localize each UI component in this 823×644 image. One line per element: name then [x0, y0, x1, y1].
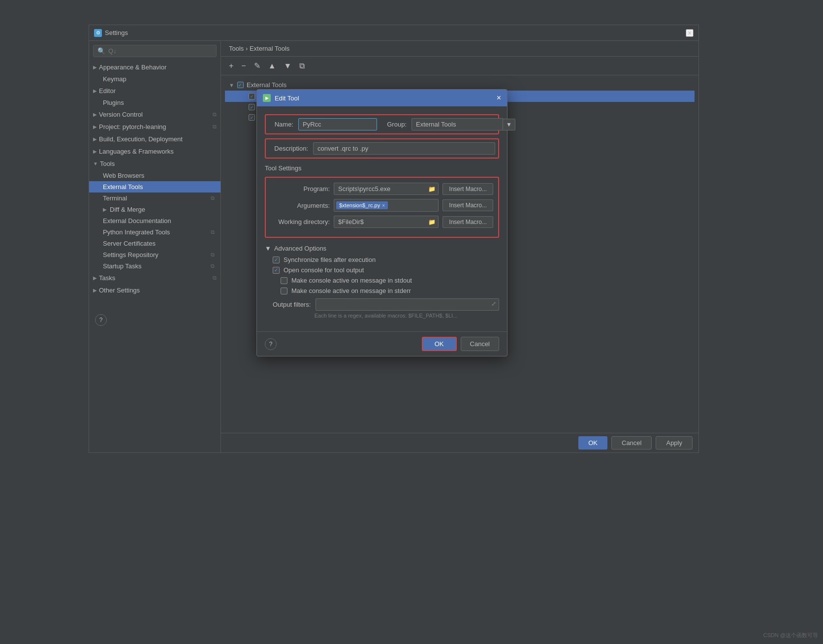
insert-macro-button-1[interactable]: Insert Macro...: [443, 183, 493, 195]
working-directory-input[interactable]: [334, 216, 439, 228]
group-dropdown-button[interactable]: ▼: [503, 119, 515, 130]
sidebar-item-label: Appearance & Behavior: [99, 64, 166, 71]
open-console-checkbox[interactable]: [273, 267, 280, 274]
dialog-footer: ? OK Cancel: [257, 331, 507, 356]
move-up-button[interactable]: ▲: [265, 60, 279, 72]
description-input[interactable]: [313, 142, 495, 155]
sidebar-item-startup-tasks[interactable]: Startup Tasks ⧉: [89, 260, 221, 272]
sidebar-item-other-settings[interactable]: ▶ Other Settings: [89, 284, 221, 296]
sidebar-item-appearance[interactable]: ▶ Appearance & Behavior: [89, 61, 221, 73]
arrow-icon: ▶: [93, 112, 97, 117]
edit-tool-dialog: ▶ Edit Tool × Name: Group: ▼ Description…: [256, 89, 507, 356]
copy-button[interactable]: ⧉: [296, 60, 308, 72]
sidebar-item-build[interactable]: ▶ Build, Execution, Deployment: [89, 133, 221, 145]
insert-macro-button-2[interactable]: Insert Macro...: [443, 199, 493, 211]
help-button[interactable]: ?: [95, 314, 107, 326]
advanced-options-label: Advanced Options: [274, 245, 326, 252]
insert-macro-button-3[interactable]: Insert Macro...: [443, 216, 493, 228]
sidebar-item-python-tools[interactable]: Python Integrated Tools ⧉: [89, 226, 221, 238]
sidebar-item-label: Build, Execution, Deployment: [99, 135, 183, 143]
group-input[interactable]: [412, 118, 503, 130]
item-checkbox-2[interactable]: ✓: [249, 104, 255, 110]
copy-icon: ⧉: [213, 124, 217, 130]
argument-tag: $xtension$_rc.py ×: [336, 201, 388, 209]
program-label: Program:: [271, 185, 330, 193]
make-active-stdout-row: Make console active on message in stdout: [265, 277, 499, 284]
copy-icon: ⧉: [213, 275, 217, 281]
sync-files-checkbox[interactable]: [273, 257, 280, 263]
item-checkbox-1[interactable]: ✓: [249, 93, 255, 99]
arrow-icon: ▶: [93, 64, 97, 70]
sidebar-item-keymap[interactable]: Keymap: [89, 73, 221, 85]
move-down-button[interactable]: ▼: [281, 60, 295, 72]
sidebar-item-external-doc[interactable]: External Documentation: [89, 215, 221, 226]
make-active-stdout-label: Make console active on message in stdout: [291, 277, 412, 284]
dialog-ok-button[interactable]: OK: [422, 337, 457, 351]
sidebar-item-tasks[interactable]: ▶ Tasks ⧉: [89, 272, 221, 284]
window-close-button[interactable]: ×: [686, 29, 694, 37]
main-ok-button[interactable]: OK: [578, 436, 607, 450]
arguments-row: Arguments: $xtension$_rc.py × Insert Mac…: [271, 199, 493, 212]
output-filters-input[interactable]: [316, 298, 499, 311]
dialog-title-bar: ▶ Edit Tool ×: [257, 90, 507, 106]
group-label: Group:: [382, 121, 407, 128]
title-bar: ⚙ Settings ×: [89, 25, 698, 41]
folder-icon[interactable]: 📁: [428, 186, 436, 193]
remove-button[interactable]: −: [238, 60, 249, 72]
toolbar: + − ✎ ▲ ▼ ⧉: [221, 57, 698, 75]
arguments-tag-input[interactable]: $xtension$_rc.py ×: [334, 199, 439, 212]
dialog-body: Name: Group: ▼ Description: Tool Setting…: [257, 106, 507, 331]
dialog-title-left: ▶ Edit Tool: [263, 94, 299, 102]
edit-button[interactable]: ✎: [251, 60, 263, 72]
group-checkbox[interactable]: ✓: [237, 82, 244, 88]
sidebar-item-languages[interactable]: ▶ Languages & Frameworks: [89, 145, 221, 158]
program-input[interactable]: [334, 183, 439, 195]
sidebar-item-label: Plugins: [103, 99, 124, 106]
make-active-stderr-label: Make console active on message in stderr: [291, 287, 411, 294]
arrow-down-icon: ▼: [93, 161, 98, 166]
advanced-options-header[interactable]: ▼ Advanced Options: [265, 245, 499, 252]
name-input[interactable]: [298, 118, 377, 130]
sidebar-item-label: Startup Tasks: [103, 262, 142, 270]
dialog-action-buttons: OK Cancel: [422, 337, 499, 351]
arguments-input-wrapper: $xtension$_rc.py ×: [334, 199, 439, 212]
sync-files-label: Synchronize files after execution: [284, 256, 376, 263]
main-apply-button[interactable]: Apply: [656, 436, 693, 450]
make-active-stderr-checkbox[interactable]: [281, 288, 287, 294]
name-label: Name:: [269, 121, 293, 128]
collapse-icon: ▼: [265, 245, 271, 252]
sidebar-item-label: Diff & Merge: [110, 206, 145, 213]
dialog-cancel-button[interactable]: Cancel: [461, 337, 499, 351]
sidebar-item-tools[interactable]: ▼ Tools: [89, 158, 221, 170]
sidebar-item-label: Project: pytorch-leaning: [99, 123, 166, 130]
sidebar-item-web-browsers[interactable]: Web Browsers: [89, 170, 221, 181]
sidebar-item-server-certs[interactable]: Server Certificates: [89, 238, 221, 249]
title-bar-left: ⚙ Settings: [94, 29, 128, 37]
search-box[interactable]: 🔍: [93, 45, 217, 57]
output-filters-hint: Each line is a regex, available macros: …: [265, 313, 499, 319]
make-active-stdout-checkbox[interactable]: [281, 277, 287, 284]
sidebar-item-terminal[interactable]: Terminal ⧉: [89, 193, 221, 204]
item-checkbox-3[interactable]: ✓: [249, 114, 255, 121]
main-cancel-button[interactable]: Cancel: [611, 436, 652, 450]
tag-close-icon[interactable]: ×: [382, 203, 385, 208]
sidebar-item-external-tools[interactable]: External Tools: [89, 181, 221, 193]
sidebar-item-plugins[interactable]: Plugins: [89, 97, 221, 108]
sync-files-row: Synchronize files after execution: [265, 256, 499, 263]
sidebar-item-project[interactable]: ▶ Project: pytorch-leaning ⧉: [89, 121, 221, 133]
dialog-close-button[interactable]: ×: [497, 94, 501, 102]
expand-icon[interactable]: ⤢: [491, 300, 496, 307]
dialog-help-button[interactable]: ?: [265, 338, 277, 350]
collapse-arrow-icon: ▼: [229, 82, 234, 88]
add-button[interactable]: +: [226, 60, 236, 72]
dialog-title-text: Edit Tool: [275, 95, 299, 102]
sidebar-item-editor[interactable]: ▶ Editor: [89, 85, 221, 97]
bottom-bar-buttons: OK Cancel Apply: [578, 436, 693, 450]
sidebar-item-diff-merge[interactable]: ▶ Diff & Merge: [89, 204, 221, 215]
output-filters-input-wrapper: ⤢: [316, 298, 499, 311]
sidebar-item-version-control[interactable]: ▶ Version Control ⧉: [89, 108, 221, 121]
folder-icon-2[interactable]: 📁: [428, 219, 436, 225]
search-input[interactable]: [108, 47, 212, 55]
sidebar-item-settings-repo[interactable]: Settings Repository ⧉: [89, 249, 221, 260]
arrow-icon: ▶: [93, 136, 97, 142]
